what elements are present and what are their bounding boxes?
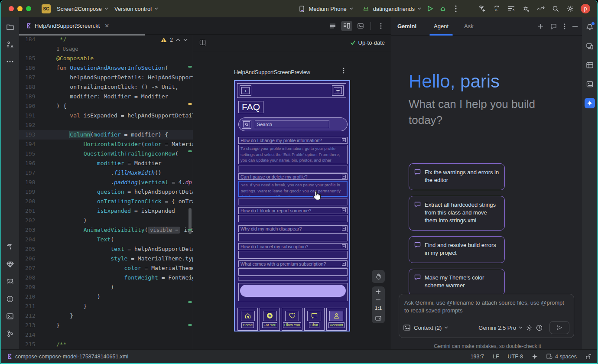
caret-position[interactable]: 193:7: [471, 354, 484, 360]
code-view-icon[interactable]: [327, 21, 338, 31]
faq-question[interactable]: How do I change my profile information?: [238, 137, 348, 144]
code-line[interactable]: 197 .fillMaxWidth(): [19, 168, 193, 178]
code-line[interactable]: 208 fontWeight = FontWeigh: [19, 273, 193, 283]
code-line[interactable]: 205 text = helpAndSupportDetai: [19, 244, 193, 254]
terminal-icon[interactable]: [5, 311, 15, 322]
code-line[interactable]: 1 Usage: [19, 44, 193, 54]
version-control-menu[interactable]: Version control: [114, 6, 158, 12]
design-view-icon[interactable]: [355, 21, 366, 31]
code-line[interactable]: 211 }: [19, 302, 193, 311]
todo-list-icon[interactable]: 5: [507, 4, 516, 13]
code-line[interactable]: 200 onTrailingIconClick = { onTrai: [19, 197, 193, 206]
hide-panel-icon[interactable]: [572, 26, 578, 27]
chat-history-icon[interactable]: [550, 23, 557, 29]
build-hammer-icon[interactable]: [5, 242, 15, 252]
faq-answer[interactable]: [238, 233, 348, 241]
logcat-cat-icon[interactable]: [5, 276, 15, 287]
code-line[interactable]: 189 modifier: Modifier = Modifier: [19, 92, 193, 101]
gemini-suggestion-card[interactable]: Fix the warnings and errors in the edito…: [409, 163, 505, 190]
gemini-tab-agent[interactable]: Agent: [432, 17, 450, 36]
code-line[interactable]: 214: [19, 330, 193, 340]
code-line[interactable]: 188 onTrailingIconClick: () -> Unit,: [19, 82, 193, 92]
code-line[interactable]: 196 modifier = Modifier: [19, 159, 193, 168]
faq-question[interactable]: What comes with a premium subscription?: [238, 260, 348, 267]
new-chat-plus-icon[interactable]: [538, 23, 543, 29]
code-line[interactable]: 187 helpAndSupportDetails: HelpAndSuppor…: [19, 73, 193, 82]
code-editor[interactable]: 2 184 */1 Usage185@Composable186fun Ques…: [19, 35, 193, 350]
notifications-bell-icon[interactable]: [585, 22, 595, 32]
preview-nav-home[interactable]: Home: [237, 308, 258, 331]
device-selector[interactable]: Medium Phone: [297, 4, 353, 13]
expand-toggle-icon[interactable]: [342, 262, 346, 266]
expand-toggle-icon[interactable]: [342, 175, 346, 179]
gemini-suggestion-card[interactable]: Find and resolve build errors in my proj…: [409, 236, 505, 263]
faq-answer[interactable]: [238, 268, 348, 276]
split-view-icon[interactable]: [341, 21, 352, 31]
project-folder-icon[interactable]: [5, 22, 15, 32]
code-line[interactable]: 194 HorizontalDivider(color = MaterialT: [19, 140, 193, 149]
code-line[interactable]: 201 isExpanded = isExpanded: [19, 206, 193, 216]
code-line[interactable]: 203 AnimatedVisibility(visible = isExpan: [19, 225, 193, 235]
preview-options-kebab-icon[interactable]: [343, 68, 344, 74]
preview-layout-icon[interactable]: [199, 39, 206, 46]
code-line[interactable]: 186fun QuestionAndAnswerInfoSection(: [19, 63, 193, 73]
code-with-me-icon[interactable]: [536, 4, 545, 13]
prev-warning-icon[interactable]: [176, 39, 180, 41]
code-line[interactable]: 190) {: [19, 101, 193, 111]
statusbar-file[interactable]: compose-compose-model-1758748140651.xml: [7, 354, 128, 360]
preview-settings-button[interactable]: [332, 85, 344, 96]
panel-options-kebab-icon[interactable]: [564, 23, 566, 29]
faq-question[interactable]: How do I cancel my subscription?: [238, 243, 348, 250]
model-selector[interactable]: Gemini 2.5 Pro: [478, 325, 523, 331]
preview-canvas[interactable]: HelpAndSupportScreenPreview ‹ FAQ Search…: [193, 51, 391, 350]
gemini-suggestion-card[interactable]: Extract all hardcoded strings from this …: [409, 196, 505, 231]
code-line[interactable]: 204 Text(: [19, 235, 193, 244]
search-everywhere-icon[interactable]: [551, 4, 560, 13]
expand-toggle-icon[interactable]: [342, 208, 346, 212]
more-options-kebab-icon[interactable]: [452, 4, 460, 13]
code-line[interactable]: 207 color = MaterialTheme.: [19, 263, 193, 273]
preview-nav-likes-you[interactable]: Likes You: [282, 308, 302, 331]
gemini-spark-icon[interactable]: [585, 98, 595, 108]
structure-icon[interactable]: [5, 39, 15, 49]
line-ending[interactable]: LF: [493, 354, 499, 360]
attach-image-icon[interactable]: [403, 325, 410, 331]
zoom-actual-button[interactable]: 1:1: [375, 306, 382, 311]
indent-setting[interactable]: 4 spaces: [546, 354, 577, 360]
version-control-branch-icon[interactable]: [5, 328, 15, 339]
faq-question[interactable]: Can I pause or delete my profile?: [238, 173, 348, 180]
code-line[interactable]: 209 ): [19, 283, 193, 292]
gemini-prompt-input[interactable]: Ask Gemini, use @filename to attach sour…: [399, 294, 574, 338]
settings-gear-icon[interactable]: [566, 4, 575, 13]
code-line[interactable]: 213}: [19, 321, 193, 330]
faq-question[interactable]: Why did my match disappear?: [238, 225, 348, 232]
code-line[interactable]: 185@Composable: [19, 54, 193, 63]
code-line[interactable]: 215/**: [19, 340, 193, 349]
next-warning-icon[interactable]: [183, 39, 188, 41]
app-quality-insights-gem-icon[interactable]: [5, 259, 15, 270]
build-hammer-icon[interactable]: [478, 4, 486, 13]
run-configuration-selector[interactable]: datingandfriends: [362, 4, 421, 13]
preview-back-button[interactable]: ‹: [240, 85, 251, 96]
profiler-bug-icon[interactable]: [522, 4, 530, 13]
preview-phone-frame[interactable]: ‹ FAQ Search How do I change my profile …: [234, 80, 350, 332]
faq-answer[interactable]: [238, 251, 348, 259]
prompt-history-clock-icon[interactable]: [536, 325, 543, 331]
code-line[interactable]: 206 style = MaterialTheme.typo: [19, 254, 193, 263]
file-encoding[interactable]: UTF-8: [508, 354, 523, 360]
preview-nav-for-you[interactable]: For You: [260, 308, 280, 331]
zoom-window-button[interactable]: [26, 6, 31, 11]
code-line[interactable]: 191 val isExpanded = helpAndSupportDetai…: [19, 111, 193, 120]
ai-transform-icon[interactable]: A: [492, 4, 501, 13]
expand-toggle-icon[interactable]: [342, 227, 346, 231]
expand-toggle-icon[interactable]: [342, 244, 346, 248]
code-line[interactable]: 199 question = helpAndSupportDetai: [19, 187, 193, 197]
pan-hand-button[interactable]: [372, 270, 385, 283]
faq-question[interactable]: How do I block or report someone?: [238, 207, 348, 214]
code-line[interactable]: 192: [19, 120, 193, 130]
zoom-fit-button[interactable]: [375, 316, 381, 321]
code-line[interactable]: 202 ): [19, 216, 193, 225]
zoom-in-button[interactable]: [376, 289, 381, 294]
faq-answer-highlighted[interactable]: Yes. If you need a break, you can pause …: [238, 181, 348, 197]
code-line[interactable]: 193 Column(modifier = modifier) {: [19, 130, 193, 140]
